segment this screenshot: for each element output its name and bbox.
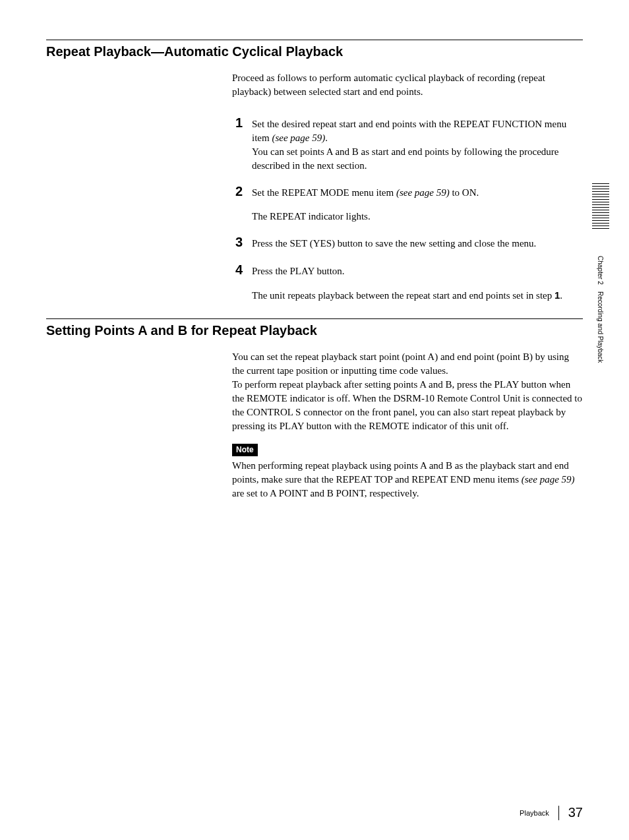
step-text-a: Set the REPEAT MODE menu item bbox=[252, 187, 396, 198]
step-3: 3 Press the SET (YES) button to save the… bbox=[232, 233, 583, 251]
step-extra: You can set points A and B as start and … bbox=[252, 146, 559, 171]
page-reference: (see page 59) bbox=[396, 187, 450, 198]
step-body: Set the REPEAT MODE menu item (see page … bbox=[252, 186, 583, 200]
section-rule bbox=[46, 318, 583, 319]
result-text-b: . bbox=[560, 290, 562, 301]
step-2: 2 Set the REPEAT MODE menu item (see pag… bbox=[232, 182, 583, 200]
section-rule bbox=[46, 40, 583, 40]
step-text-b: . bbox=[325, 133, 328, 143]
section2-body: You can set the repeat playback start po… bbox=[232, 350, 583, 500]
result-text-a: The unit repeats playback between the re… bbox=[252, 290, 554, 301]
step-4: 4 Press the PLAY button. bbox=[232, 260, 583, 279]
step-body: Press the PLAY button. bbox=[252, 264, 583, 278]
footer-divider bbox=[558, 806, 559, 820]
section2-title: Setting Points A and B for Repeat Playba… bbox=[46, 323, 583, 338]
step-number: 2 bbox=[232, 182, 243, 200]
step-number: 1 bbox=[232, 113, 243, 132]
section1-title: Repeat Playback—Automatic Cyclical Playb… bbox=[46, 44, 583, 59]
step-number: 4 bbox=[232, 260, 243, 279]
step-text-a: Press the SET (YES) button to save the n… bbox=[252, 238, 536, 249]
thumb-index-icon bbox=[592, 183, 609, 229]
section2-paragraph: You can set the repeat playback start po… bbox=[232, 350, 583, 433]
note-text: When performing repeat playback using po… bbox=[232, 459, 583, 500]
note-text-a: When performing repeat playback using po… bbox=[232, 460, 569, 485]
step-text-a: Press the PLAY button. bbox=[252, 266, 345, 276]
page-reference: (see page 59) bbox=[272, 133, 325, 143]
step-4-result: The unit repeats playback between the re… bbox=[252, 288, 583, 303]
section1-body: Proceed as follows to perform automatic … bbox=[232, 71, 583, 303]
step-body: Press the SET (YES) button to save the n… bbox=[252, 237, 583, 251]
page-reference: (see page 59) bbox=[522, 474, 575, 485]
note-text-b: are set to A POINT and B POINT, respecti… bbox=[232, 488, 419, 498]
step-body: Set the desired repeat start and end poi… bbox=[252, 117, 583, 173]
chapter-side-label: Chapter 2 Recording and Playback bbox=[597, 256, 604, 363]
note-badge: Note bbox=[232, 444, 258, 456]
section1-intro: Proceed as follows to perform automatic … bbox=[232, 71, 583, 99]
footer-section-name: Playback bbox=[520, 809, 549, 817]
step-1: 1 Set the desired repeat start and end p… bbox=[232, 113, 583, 173]
step-text-b: to ON. bbox=[450, 187, 479, 198]
step-number: 3 bbox=[232, 233, 243, 251]
step-2-result: The REPEAT indicator lights. bbox=[252, 210, 583, 224]
page-number: 37 bbox=[568, 805, 583, 820]
section2-wrap: Setting Points A and B for Repeat Playba… bbox=[46, 318, 583, 500]
page-footer: Playback 37 bbox=[520, 805, 583, 820]
